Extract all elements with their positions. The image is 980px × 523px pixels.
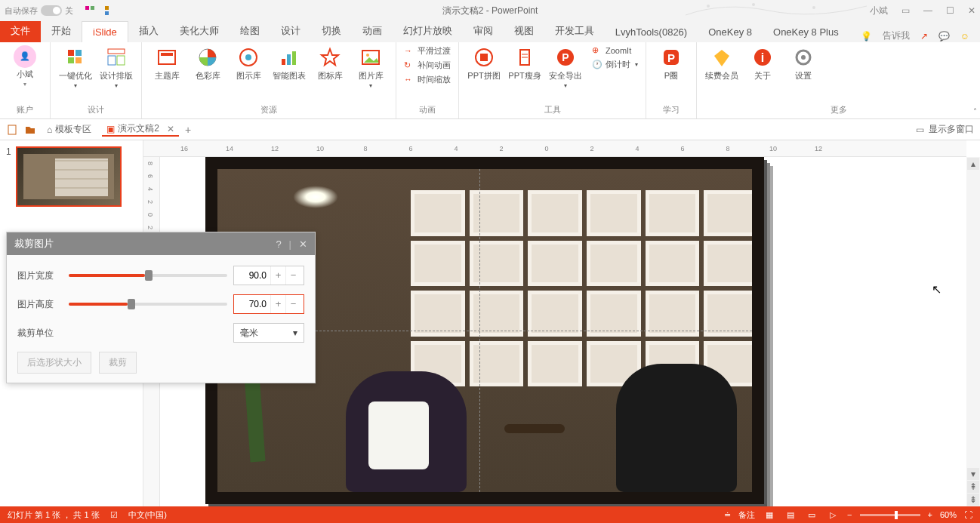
next-slide-icon[interactable]: ⇟ [967, 494, 979, 506]
tab-draw[interactable]: 绘图 [230, 20, 270, 42]
tab-animation[interactable]: 动画 [352, 20, 393, 42]
dialog-titlebar[interactable]: 裁剪图片 ? | ✕ [7, 232, 315, 255]
svg-rect-7 [68, 50, 74, 56]
template-zone-tab[interactable]: ⌂模板专区 [42, 123, 96, 136]
horizontal-ruler: 161412108642024681012 [143, 140, 966, 157]
zoomit[interactable]: ⊕ZoomIt [592, 45, 638, 56]
zoom-in-icon[interactable]: + [928, 510, 932, 519]
tab-review[interactable]: 审阅 [463, 20, 504, 42]
zoom-slider[interactable] [860, 514, 920, 516]
slideshow-view-icon[interactable]: ▷ [826, 509, 840, 520]
safeexport-button[interactable]: P安全导出▾ [548, 45, 583, 90]
tab-view[interactable]: 视图 [504, 20, 544, 42]
tab-islide[interactable]: iSlide [82, 21, 128, 42]
help-icon[interactable]: ? [276, 238, 281, 250]
tab-slideshow[interactable]: 幻灯片放映 [393, 20, 463, 42]
dialog-close-icon[interactable]: ✕ [299, 238, 307, 250]
group-resource: 主题库 色彩库 图示库 智能图表 图标库 图片库▾ 资源 [142, 42, 396, 118]
countdown[interactable]: 🕐倒计时▾ [592, 59, 638, 70]
minimize-icon[interactable]: — [923, 5, 932, 16]
smooth-transition[interactable]: →平滑过渡 [404, 45, 451, 57]
imglib-button[interactable]: 图片库▾ [353, 45, 388, 90]
add-tab-icon[interactable]: + [185, 124, 191, 136]
ribbon-display-icon[interactable]: ▭ [901, 5, 910, 16]
crop-button[interactable]: 裁剪 [99, 352, 137, 374]
settings-button[interactable]: 设置 [786, 45, 821, 81]
minus-icon[interactable]: − [285, 295, 300, 313]
scroll-down-icon[interactable]: ▾ [967, 468, 979, 480]
width-spinner[interactable]: +− [233, 266, 304, 285]
plus-icon[interactable]: + [270, 295, 285, 313]
scroll-up-icon[interactable]: ▴ [967, 158, 979, 170]
collapse-ribbon-icon[interactable]: ˄ [973, 107, 977, 115]
reading-view-icon[interactable]: ▭ [805, 509, 818, 520]
new-file-icon[interactable] [6, 124, 18, 136]
time-scale[interactable]: ↔时间缩放 [404, 74, 451, 85]
diagram-button[interactable]: 图示库 [231, 45, 266, 81]
height-slider[interactable] [69, 303, 227, 306]
about-button[interactable]: i关于 [745, 45, 780, 81]
width-input[interactable] [234, 270, 270, 281]
optimize-button[interactable]: 一键优化▾ [58, 45, 93, 90]
color-button[interactable]: 色彩库 [190, 45, 225, 81]
close-icon[interactable]: ✕ [968, 5, 975, 16]
pptpuzzle-button[interactable]: PPT拼图 [467, 45, 501, 81]
iconlib-button[interactable]: 图标库 [313, 45, 347, 81]
svg-rect-1 [91, 6, 94, 10]
prev-slide-icon[interactable]: ⇞ [967, 481, 979, 493]
fit-window-icon[interactable]: ⛶ [964, 510, 972, 519]
vertical-scrollbar[interactable]: ▴ ▾ ⇞ ⇟ [966, 157, 980, 506]
multi-window-label[interactable]: 显示多窗口 [929, 123, 974, 136]
tab-onekey8plus[interactable]: OneKey 8 Plus [763, 22, 849, 42]
smartchart-button[interactable]: 智能图表 [272, 45, 307, 81]
tab-home[interactable]: 开始 [41, 20, 82, 42]
folder-icon[interactable] [24, 124, 36, 136]
layout-button[interactable]: 设计排版▾ [99, 45, 134, 90]
gear-icon [791, 45, 815, 69]
tab-transition[interactable]: 切换 [311, 20, 352, 42]
height-spinner[interactable]: +− [233, 294, 304, 314]
minus-icon[interactable]: − [285, 266, 300, 285]
renew-button[interactable]: 续费会员 [704, 45, 739, 81]
tab-dev[interactable]: 开发工具 [544, 20, 605, 42]
sorter-view-icon[interactable]: ▤ [784, 509, 797, 520]
zoom-value[interactable]: 60% [940, 510, 957, 519]
unit-select[interactable]: 毫米▾ [233, 323, 304, 343]
slide-thumbnail[interactable] [16, 146, 122, 207]
aftersel-button[interactable]: 后选形状大小 [17, 352, 91, 374]
shelves [411, 190, 752, 386]
close-tab-icon[interactable]: ✕ [167, 124, 174, 134]
zoom-out-icon[interactable]: − [847, 510, 852, 519]
tab-lvyh[interactable]: LvyhTools(0826) [605, 22, 698, 42]
tab-design[interactable]: 设计 [270, 20, 311, 42]
tab-onekey8[interactable]: OneKey 8 [698, 22, 763, 42]
svg-rect-11 [108, 49, 125, 54]
width-slider[interactable] [69, 274, 227, 277]
spellcheck-icon[interactable]: ☑ [110, 510, 118, 520]
tab-file[interactable]: 文件 [0, 20, 41, 42]
tab-beautify[interactable]: 美化大师 [169, 20, 230, 42]
tab-insert[interactable]: 插入 [128, 20, 169, 42]
plus-icon[interactable]: + [270, 266, 285, 285]
info-icon: i [750, 45, 775, 69]
titlebar-decoration [678, 0, 874, 21]
tellme-label[interactable]: 告诉我 [883, 29, 910, 42]
qat-icon-2[interactable] [103, 5, 116, 17]
pquan-button[interactable]: PP圈 [654, 45, 689, 81]
notes-button[interactable]: 备注 [738, 509, 755, 521]
pptslim-button[interactable]: PPT瘦身 [507, 45, 542, 81]
account-button[interactable]: 👤 小斌 ▾ [8, 45, 42, 88]
tween-animation[interactable]: ↻补间动画 [404, 60, 451, 71]
doc-tab[interactable]: ▣演示文稿2✕ [102, 122, 179, 137]
theme-button[interactable]: 主题库 [149, 45, 184, 81]
height-input[interactable] [234, 299, 270, 309]
smile-icon[interactable]: ☺ [960, 31, 969, 42]
qat-icon-1[interactable] [84, 5, 96, 17]
maximize-icon[interactable]: ☐ [946, 5, 954, 16]
lang-label[interactable]: 中文(中国) [128, 509, 167, 521]
user-name[interactable]: 小斌 [870, 5, 888, 17]
autosave-toggle[interactable]: 自动保存 关 [5, 5, 73, 17]
comment-icon[interactable]: 💬 [938, 31, 950, 42]
normal-view-icon[interactable]: ▦ [763, 509, 776, 520]
share-icon[interactable]: ↗ [920, 31, 928, 42]
